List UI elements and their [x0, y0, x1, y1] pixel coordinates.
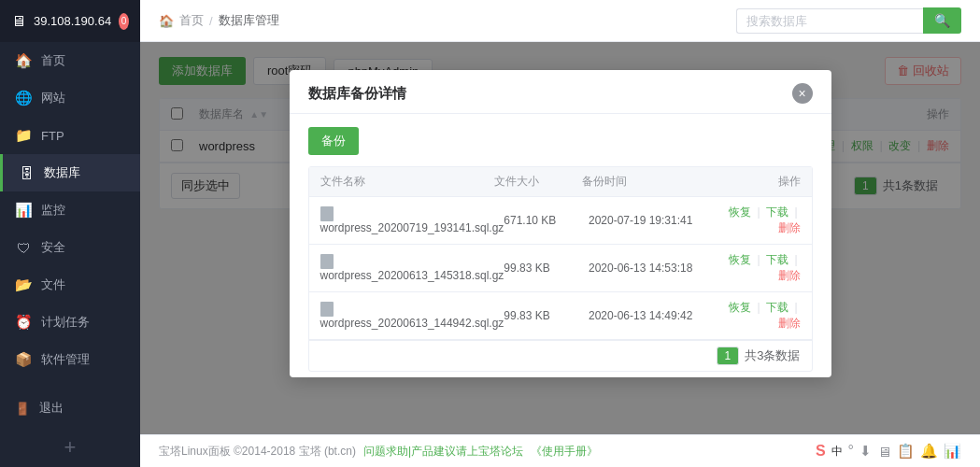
sidebar-item-label: 文件 [41, 276, 65, 293]
restore-link[interactable]: 恢复 [729, 301, 751, 314]
notification-badge: 0 [119, 13, 129, 30]
backup-filename: wordpress_20200719_193141.sql.gz [320, 206, 504, 234]
sidebar-add[interactable]: + [0, 428, 140, 467]
sidebar-item-panel[interactable]: ⚙ 面板设置 [0, 378, 140, 389]
footer-right: S 中 ° ⬇ 🖥 📋 🔔 📊 [816, 443, 961, 460]
footer-icon-5[interactable]: 📋 [897, 443, 915, 460]
sidebar-item-label: 首页 [41, 52, 65, 69]
logout-label: 退出 [39, 400, 64, 417]
footer-icon-3[interactable]: ⬇ [859, 443, 872, 460]
home-icon: 🏠 [159, 14, 174, 28]
sidebar-item-label: 监控 [41, 202, 65, 219]
backup-modal: 数据库备份详情 × 备份 文件名称 文件大小 备份时间 操作 [290, 70, 831, 377]
ftp-icon: 📁 [15, 127, 32, 144]
sidebar-item-home[interactable]: 🏠 首页 [0, 42, 140, 79]
file-icon [320, 206, 334, 221]
sidebar-item-files[interactable]: 📂 文件 [0, 266, 140, 304]
download-link[interactable]: 下载 [766, 253, 788, 266]
software-icon: 📦 [15, 351, 32, 368]
backup-size: 99.83 KB [504, 262, 589, 275]
backup-time: 2020-06-13 14:53:18 [589, 262, 716, 275]
file-icon [320, 302, 334, 317]
file-icon [320, 254, 334, 269]
backup-table: 文件名称 文件大小 备份时间 操作 wordpress_20200719_193… [308, 166, 813, 372]
backup-time: 2020-07-19 19:31:41 [589, 214, 716, 227]
footer-icon-7[interactable]: 📊 [944, 443, 961, 460]
footer: 宝塔Linux面板 ©2014-2018 宝塔 (bt.cn) 问题求助|产品建… [140, 434, 980, 467]
backup-action-button[interactable]: 备份 [308, 127, 359, 155]
sidebar-item-security[interactable]: 🛡 安全 [0, 229, 140, 266]
search-input[interactable] [736, 8, 923, 34]
topbar: 🏠 首页 / 数据库管理 🔍 [140, 0, 980, 42]
home-icon: 🏠 [15, 52, 32, 69]
monitor-icon: 📊 [15, 202, 32, 219]
backup-row: wordpress_20200613_144942.sql.gz 99.83 K… [309, 292, 812, 340]
delete-backup-link[interactable]: 删除 [778, 317, 801, 330]
monitor-icon: 🖥 [11, 13, 26, 30]
search-button[interactable]: 🔍 [923, 7, 961, 34]
sidebar-item-label: 计划任务 [41, 314, 90, 331]
add-icon[interactable]: + [64, 435, 77, 459]
sidebar-item-database[interactable]: 🗄 数据库 [0, 154, 140, 191]
content-area: 添加数据库 root密码 phpMyAdmin 🗑 回收站 数据库名 ▲▼ 用户… [140, 42, 980, 434]
sidebar-menu: 🏠 首页 🌐 网站 📁 FTP 🗄 数据库 📊 监控 🛡 安全 📂 文件 ⏰ [0, 42, 140, 389]
backup-ops: 恢复 | 下载 | 删除 [716, 205, 801, 236]
backup-ops: 恢复 | 下载 | 删除 [716, 252, 801, 284]
files-icon: 📂 [15, 276, 32, 293]
backup-page-number[interactable]: 1 [717, 347, 740, 365]
sidebar-logout[interactable]: 🚪 退出 [0, 389, 140, 428]
sidebar-item-label: FTP [41, 129, 64, 143]
bcol-ops: 操作 [713, 174, 800, 190]
restore-link[interactable]: 恢复 [729, 253, 751, 266]
search-bar: 🔍 [736, 7, 961, 34]
breadcrumb-sep: / [209, 14, 213, 28]
sidebar-item-ftp[interactable]: 📁 FTP [0, 117, 140, 154]
backup-table-header: 文件名称 文件大小 备份时间 操作 [309, 167, 812, 197]
sidebar-item-website[interactable]: 🌐 网站 [0, 79, 140, 117]
modal-close-button[interactable]: × [792, 83, 813, 104]
sidebar-header: 🖥 39.108.190.64 0 [0, 0, 140, 42]
delete-backup-link[interactable]: 删除 [778, 269, 801, 282]
download-link[interactable]: 下载 [766, 205, 788, 219]
breadcrumb-current: 数据库管理 [219, 12, 279, 29]
sidebar-item-label: 网站 [41, 90, 65, 106]
modal-body: 备份 文件名称 文件大小 备份时间 操作 w [290, 114, 831, 377]
download-link[interactable]: 下载 [766, 301, 788, 314]
breadcrumb-home[interactable]: 首页 [179, 12, 204, 29]
footer-icon-6[interactable]: 🔔 [920, 443, 938, 460]
breadcrumb: 🏠 首页 / 数据库管理 [159, 12, 279, 29]
footer-link-forum[interactable]: 问题求助|产品建议请上宝塔论坛 [363, 444, 523, 460]
logout-icon: 🚪 [15, 402, 30, 416]
bcol-time: 备份时间 [582, 174, 713, 190]
main-content: 🏠 首页 / 数据库管理 🔍 添加数据库 root密码 phpMyAdmin 🗑… [140, 0, 980, 467]
footer-icon-4[interactable]: 🖥 [877, 444, 891, 460]
sidebar: 🖥 39.108.190.64 0 🏠 首页 🌐 网站 📁 FTP 🗄 数据库 … [0, 0, 140, 467]
modal-overlay[interactable]: 数据库备份详情 × 备份 文件名称 文件大小 备份时间 操作 [140, 42, 980, 434]
sidebar-item-monitor[interactable]: 📊 监控 [0, 191, 140, 229]
sidebar-item-software[interactable]: 📦 软件管理 [0, 341, 140, 378]
backup-ops: 恢复 | 下载 | 删除 [716, 300, 801, 332]
backup-size: 99.83 KB [504, 309, 589, 322]
website-icon: 🌐 [15, 90, 32, 106]
bcol-size: 文件大小 [494, 174, 581, 190]
sidebar-item-label: 数据库 [44, 164, 80, 181]
backup-filename: wordpress_20200613_145318.sql.gz [320, 254, 504, 282]
modal-title: 数据库备份详情 [308, 85, 406, 103]
footer-link-manual[interactable]: 《使用手册》 [531, 444, 598, 460]
sidebar-item-label: 安全 [41, 239, 65, 256]
backup-row: wordpress_20200613_145318.sql.gz 99.83 K… [309, 245, 812, 292]
backup-time: 2020-06-13 14:49:42 [589, 309, 716, 322]
backup-filename: wordpress_20200613_144942.sql.gz [320, 302, 504, 330]
bcol-filename: 文件名称 [320, 174, 495, 190]
footer-icon-2: ° [848, 443, 854, 460]
cron-icon: ⏰ [15, 314, 32, 331]
footer-logo: S [816, 443, 826, 460]
delete-backup-link[interactable]: 删除 [778, 221, 801, 234]
sidebar-item-cron[interactable]: ⏰ 计划任务 [0, 304, 140, 341]
footer-icon-1: 中 [831, 444, 843, 460]
backup-pagination: 1 共3条数据 [309, 340, 812, 371]
backup-size: 671.10 KB [504, 214, 589, 227]
restore-link[interactable]: 恢复 [729, 205, 751, 219]
backup-row: wordpress_20200719_193141.sql.gz 671.10 … [309, 197, 812, 245]
server-ip: 39.108.190.64 [34, 14, 111, 28]
